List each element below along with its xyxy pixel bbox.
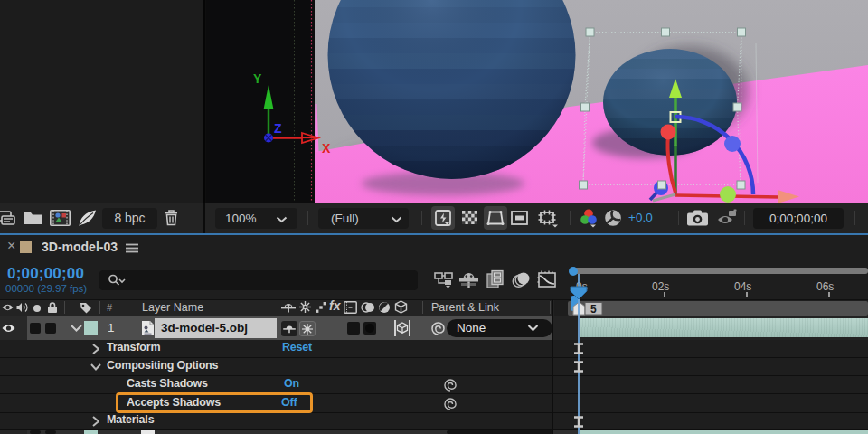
svg-text:Z: Z [274,121,282,136]
svg-text:5: 5 [590,303,597,316]
svg-text:Y: Y [253,71,262,86]
svg-text:X: X [322,141,331,156]
